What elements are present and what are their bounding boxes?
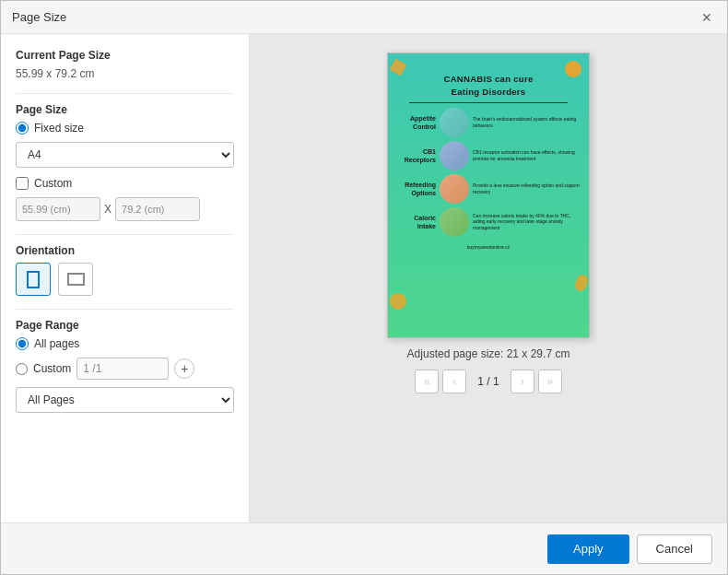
row-caloric-text: Can increase caloric intake by 40% due t…: [473, 213, 581, 231]
page-preview: CANNABIS can cure Eating Disorders Appet…: [387, 53, 590, 338]
last-page-button[interactable]: »: [538, 370, 562, 393]
custom-range-radio[interactable]: [16, 363, 28, 375]
orientation-label: Orientation: [16, 244, 234, 257]
row-refeeding-label: RefeedingOptions: [395, 181, 436, 197]
deco-star: [389, 58, 406, 76]
row-appetite: AppetiteControl The brain's endocannabin…: [395, 108, 581, 137]
row-refeeding-circle: [440, 174, 469, 204]
close-button[interactable]: ✕: [698, 8, 716, 27]
dialog-body: Current Page Size 55.99 x 79.2 cm Page S…: [1, 34, 727, 522]
row-cb1-text: CB1 receptor activation can have effects…: [473, 149, 581, 161]
left-panel: Current Page Size 55.99 x 79.2 cm Page S…: [1, 34, 250, 522]
row-refeeding-text: Provide a less invasive refeeding option…: [473, 182, 581, 194]
custom-range-row: Custom +: [16, 358, 234, 380]
custom-label[interactable]: Custom: [34, 177, 72, 190]
pagination-bar: « ‹ 1 / 1 › »: [415, 370, 561, 393]
right-panel: CANNABIS can cure Eating Disorders Appet…: [250, 34, 727, 522]
row-refeeding: RefeedingOptions Provide a less invasive…: [395, 174, 581, 204]
divider-2: [16, 234, 234, 235]
title-bar: Page Size ✕: [1, 1, 727, 34]
cancel-button[interactable]: Cancel: [637, 534, 712, 564]
orientation-buttons: [16, 263, 234, 296]
poster-footer: buymyweedonline.cc: [467, 244, 510, 250]
page-size-dialog: Page Size ✕ Current Page Size 55.99 x 79…: [0, 0, 728, 575]
fixed-size-radio[interactable]: [16, 122, 29, 135]
height-input[interactable]: [115, 197, 200, 221]
title-divider: [409, 102, 568, 103]
deco-circle-bl: [390, 293, 406, 310]
row-cb1: CB1Receptors CB1 receptor activation can…: [395, 141, 581, 170]
deco-circle-tr: [565, 61, 581, 77]
row-caloric-label: CaloricIntake: [395, 214, 436, 230]
row-appetite-circle: [440, 108, 469, 137]
fixed-size-row: Fixed size: [16, 122, 234, 135]
row-caloric: CaloricIntake Can increase caloric intak…: [395, 207, 581, 237]
dim-separator: X: [104, 203, 112, 216]
divider-3: [16, 309, 234, 310]
portrait-button[interactable]: [16, 263, 51, 296]
poster-title-line2: Eating Disorders: [452, 87, 526, 98]
prev-page-button[interactable]: ‹: [442, 370, 466, 393]
row-appetite-label: AppetiteControl: [395, 114, 436, 131]
current-size-label: Current Page Size: [16, 49, 234, 62]
custom-size-checkbox[interactable]: [16, 177, 29, 190]
dialog-title: Page Size: [12, 10, 66, 24]
row-cb1-label: CB1Receptors: [395, 147, 436, 164]
width-input[interactable]: [16, 197, 100, 221]
landscape-button[interactable]: [58, 263, 93, 296]
custom-checkbox-row: Custom: [16, 177, 234, 190]
adjusted-size-label: Adjusted page size: 21 x 29.7 cm: [407, 347, 570, 360]
row-caloric-circle: [440, 207, 469, 237]
add-page-range-button[interactable]: +: [174, 358, 194, 379]
dialog-footer: Apply Cancel: [1, 522, 727, 574]
current-size-value: 55.99 x 79.2 cm: [16, 67, 234, 80]
row-appetite-text: The brain's endocannabinoid system affec…: [473, 116, 581, 128]
page-range-label: Page Range: [16, 319, 234, 332]
poster-title-line1: CANNABIS can cure: [444, 74, 534, 85]
row-cb1-circle: [440, 141, 469, 170]
custom-range-label[interactable]: Custom: [33, 362, 71, 375]
page-range-section: Page Range All pages Custom + All Pages …: [16, 319, 234, 422]
pages-filter-dropdown[interactable]: All Pages Current Page Custom Range: [16, 387, 234, 413]
page-indicator: 1 / 1: [470, 375, 506, 388]
orientation-section: Orientation: [16, 244, 234, 296]
page-range-input[interactable]: [76, 358, 169, 380]
all-pages-label[interactable]: All pages: [34, 337, 79, 350]
first-page-button[interactable]: «: [415, 370, 439, 393]
divider-1: [16, 93, 234, 94]
paper-size-dropdown[interactable]: A4 A3 A5 Letter Legal: [16, 142, 234, 168]
apply-button[interactable]: Apply: [547, 534, 629, 564]
page-size-label: Page Size: [16, 103, 234, 116]
fixed-size-label[interactable]: Fixed size: [34, 122, 84, 135]
all-pages-radio[interactable]: [16, 337, 29, 350]
portrait-icon: [27, 271, 40, 288]
next-page-button[interactable]: ›: [511, 370, 534, 393]
dimension-inputs: X: [16, 197, 234, 221]
deco-petal: [573, 273, 589, 292]
landscape-icon: [67, 273, 85, 286]
all-pages-row: All pages: [16, 337, 234, 350]
